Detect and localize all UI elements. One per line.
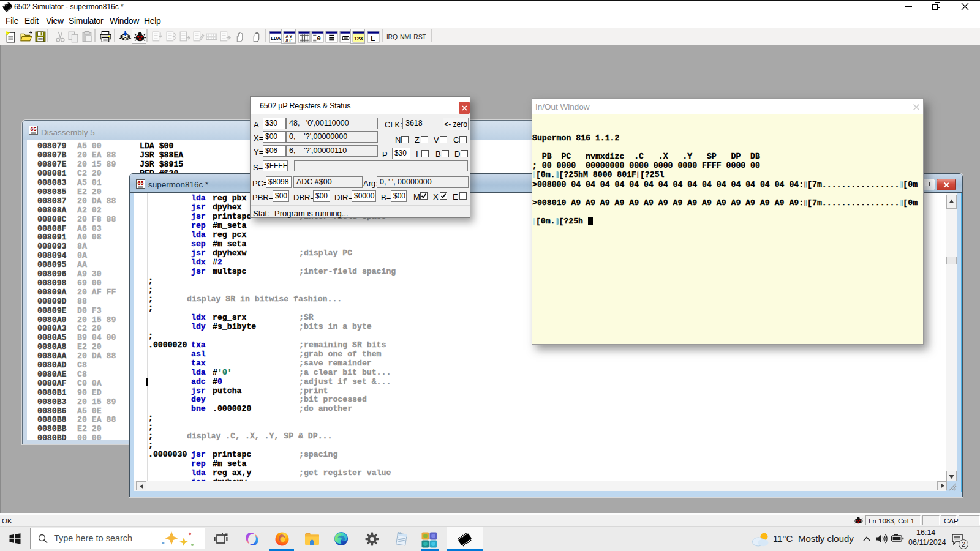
svg-text:L: L: [371, 35, 375, 42]
svg-text:0: 0: [317, 35, 320, 42]
svg-text:X P: X P: [285, 38, 292, 42]
svg-text:123: 123: [354, 36, 363, 42]
svg-text:LDA: LDA: [271, 36, 281, 41]
